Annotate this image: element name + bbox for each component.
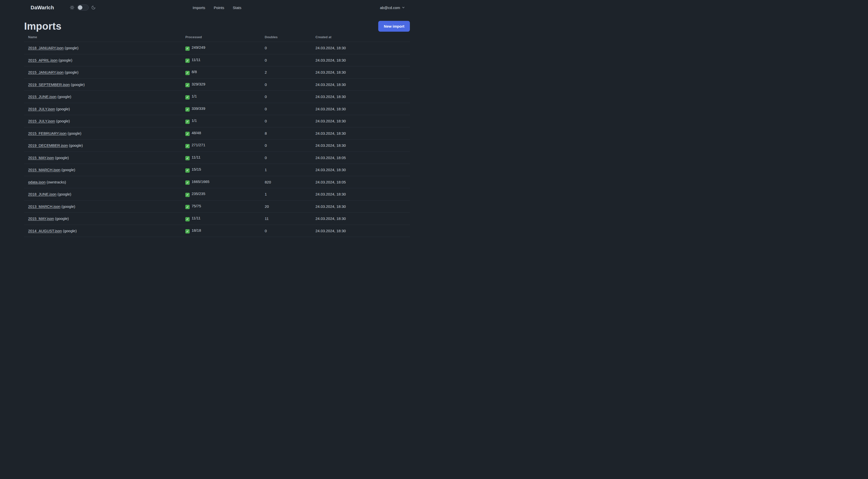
processed-cell: ✓48/48 — [181, 127, 261, 140]
import-source-label: (google) — [55, 155, 69, 160]
nav-imports[interactable]: Imports — [193, 5, 205, 10]
name-cell: 2015_FEBRUARY.json (google) — [24, 127, 181, 140]
app-logo[interactable]: DaWarIch — [31, 5, 54, 10]
import-file-link[interactable]: 2019_SEPTEMBER.json — [28, 83, 70, 87]
table-row: 2015_JANUARY.json (google) ✓8/8 2 24.03.… — [24, 66, 410, 79]
import-source-label: (google) — [59, 58, 72, 62]
import-file-link[interactable]: 2015_JULY.json — [28, 119, 55, 123]
created-at-cell: 24.03.2024, 18:30 — [311, 54, 410, 66]
import-source-label: (google) — [56, 107, 70, 111]
created-at-cell: 24.03.2024, 18:30 — [311, 66, 410, 79]
processed-cell: ✓271/271 — [181, 140, 261, 152]
import-file-link[interactable]: 2015_MAY.json — [28, 155, 54, 160]
name-cell: 2018_JULY.json (google) — [24, 103, 181, 115]
table-row: 2018_JANUARY.json (google) ✓249/249 0 24… — [24, 42, 410, 54]
import-file-link[interactable]: 2015_APRIL.json — [28, 58, 58, 62]
name-cell: 2015_APRIL.json (google) — [24, 54, 181, 66]
success-check-icon: ✓ — [185, 83, 190, 87]
processed-count: 48/48 — [192, 131, 201, 135]
import-source-label: (google) — [58, 94, 71, 99]
account-menu[interactable]: ab@cd.com — [380, 5, 405, 10]
import-file-link[interactable]: 2013_MARCH.json — [28, 204, 60, 209]
import-file-link[interactable]: 2019_DECEMBER.json — [28, 143, 68, 148]
import-source-label: (google) — [68, 131, 82, 136]
topbar-inner: DaWarIch — [24, 0, 410, 15]
success-check-icon: ✓ — [185, 71, 190, 75]
name-cell: odata.json (owntracks) — [24, 176, 181, 188]
doubles-cell: 11 — [261, 213, 311, 225]
table-row: 2015_APRIL.json (google) ✓11/11 0 24.03.… — [24, 54, 410, 66]
theme-switch[interactable] — [77, 4, 89, 10]
table-row: odata.json (owntracks) ✓1665/1665 820 24… — [24, 176, 410, 188]
import-file-link[interactable]: 2015_MARCH.json — [28, 168, 60, 172]
table-row: 2015_MAY.json (google) ✓11/11 0 24.03.20… — [24, 152, 410, 164]
success-check-icon: ✓ — [185, 95, 190, 99]
name-cell: 2015_JANUARY.json (google) — [24, 66, 181, 79]
page-head: Imports New import — [24, 20, 410, 32]
import-source-label: (google) — [69, 143, 83, 148]
table-row: 2019_SEPTEMBER.json (google) ✓329/329 0 … — [24, 79, 410, 91]
doubles-cell: 8 — [261, 127, 311, 140]
import-source-label: (google) — [56, 119, 70, 123]
table-row: 2015_JUNE.json (google) ✓1/1 0 24.03.202… — [24, 91, 410, 103]
success-check-icon: ✓ — [185, 205, 190, 209]
doubles-cell: 0 — [261, 103, 311, 115]
import-file-link[interactable]: 2018_JANUARY.json — [28, 46, 64, 50]
doubles-cell: 820 — [261, 176, 311, 188]
processed-count: 249/249 — [192, 45, 205, 50]
nav-points[interactable]: Points — [214, 5, 224, 10]
column-header-created-at: Created at — [311, 34, 410, 42]
processed-cell: ✓1/1 — [181, 115, 261, 127]
created-at-cell: 24.03.2024, 18:30 — [311, 103, 410, 115]
imports-table: Name Processed Doubles Created at 2018_J… — [24, 34, 410, 239]
created-at-cell: 24.03.2024, 18:30 — [311, 225, 410, 237]
success-check-icon: ✓ — [185, 107, 190, 112]
table-row: 2013_MARCH.json (google) ✓75/75 20 24.03… — [24, 200, 410, 213]
success-check-icon: ✓ — [185, 193, 190, 197]
import-source-label: (google) — [65, 70, 79, 74]
theme-toggle-group — [69, 4, 96, 10]
name-cell: 2015_JULY.json (google) — [24, 115, 181, 127]
created-at-cell: 24.03.2024, 18:30 — [311, 213, 410, 225]
import-file-link[interactable]: 2018_JULY.json — [28, 107, 55, 111]
table-row: 2018_JUNE.json (google) ✓235/235 1 24.03… — [24, 188, 410, 201]
doubles-cell: 0 — [261, 54, 311, 66]
success-check-icon: ✓ — [185, 144, 190, 148]
import-source-label: (google) — [71, 83, 85, 87]
table-row: 2015_FEBRUARY.json (google) ✓48/48 8 24.… — [24, 127, 410, 140]
processed-count: 235/235 — [192, 191, 205, 196]
name-cell: 2018_JANUARY.json (google) — [24, 42, 181, 54]
success-check-icon: ✓ — [185, 156, 190, 160]
name-cell: 2013_JUNE.json (google) — [24, 237, 181, 240]
table-row: 2015_JULY.json (google) ✓1/1 0 24.03.202… — [24, 115, 410, 127]
created-at-cell: 24.03.2024, 18:30 — [311, 79, 410, 91]
table-row: 2019_DECEMBER.json (google) ✓271/271 0 2… — [24, 140, 410, 152]
created-at-cell: 24.03.2024, 18:30 — [311, 237, 410, 240]
created-at-cell: 24.03.2024, 18:30 — [311, 140, 410, 152]
success-check-icon: ✓ — [185, 169, 190, 173]
processed-cell: ✓1665/1665 — [181, 176, 261, 188]
import-file-link[interactable]: odata.json — [28, 180, 45, 184]
created-at-cell: 24.03.2024, 18:30 — [311, 188, 410, 201]
import-file-link[interactable]: 2015_JUNE.json — [28, 94, 57, 99]
import-file-link[interactable]: 2014_AUGUST.json — [28, 229, 62, 233]
processed-cell: ✓249/249 — [181, 42, 261, 54]
import-file-link[interactable]: 2015_FEBRUARY.json — [28, 131, 67, 136]
import-file-link[interactable]: 2015_MAY.json — [28, 216, 54, 221]
created-at-cell: 24.03.2024, 18:30 — [311, 115, 410, 127]
name-cell: 2013_MARCH.json (google) — [24, 200, 181, 213]
doubles-cell: 0 — [261, 79, 311, 91]
name-cell: 2015_MAY.json (google) — [24, 213, 181, 225]
processed-cell: ✓8/8 — [181, 66, 261, 79]
name-cell: 2014_AUGUST.json (google) — [24, 225, 181, 237]
processed-count: 11/11 — [192, 216, 200, 220]
name-cell: 2019_SEPTEMBER.json (google) — [24, 79, 181, 91]
new-import-button[interactable]: New import — [378, 21, 410, 32]
nav-stats[interactable]: Stats — [233, 5, 241, 10]
import-file-link[interactable]: 2018_JUNE.json — [28, 192, 57, 196]
theme-switch-knob — [78, 5, 82, 10]
table-row: 2013_JUNE.json (google) ✓178/178 59 24.0… — [24, 237, 410, 240]
import-file-link[interactable]: 2015_JANUARY.json — [28, 70, 64, 74]
imports-table-head: Name Processed Doubles Created at — [24, 34, 410, 42]
processed-count: 1/1 — [192, 118, 197, 123]
